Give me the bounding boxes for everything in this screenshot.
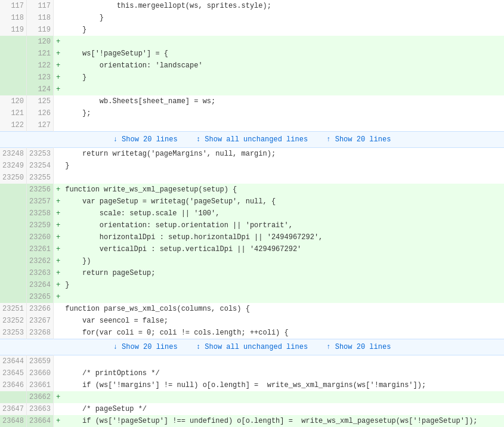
line-sign xyxy=(54,160,63,172)
line-sign: + xyxy=(54,83,63,95)
line-code xyxy=(63,119,504,132)
diff-table: 117117 this.mergeellopt(ws, sprites.styl… xyxy=(0,0,504,427)
table-row: 2325223267 var seencol = false; xyxy=(0,315,504,327)
line-code: } xyxy=(63,72,504,83)
line-num-left xyxy=(0,184,27,196)
line-num-right: 23253 xyxy=(27,148,54,160)
hunk-expander-1[interactable]: ↓ Show 20 lines ↕ Show all unchanged lin… xyxy=(0,132,504,148)
table-row: 2364623661 if (ws['!margins'] != null) o… xyxy=(0,379,504,391)
line-sign xyxy=(54,355,63,368)
line-code: scale: setup.scale || '100', xyxy=(63,208,504,219)
line-code xyxy=(63,36,504,48)
line-sign: + xyxy=(54,243,63,255)
line-sign xyxy=(54,24,63,36)
line-num-right: 23659 xyxy=(27,355,54,368)
line-num-left: 122 xyxy=(0,119,27,132)
line-sign: + xyxy=(54,267,63,279)
line-num-right: 119 xyxy=(27,24,54,36)
table-row: 2364723663 /* pageSetup */ xyxy=(0,403,504,415)
line-num-left xyxy=(0,48,27,60)
show-20-up-1[interactable]: ↑ Show 20 lines xyxy=(326,135,391,144)
line-code: function parse_ws_xml_cols(columns, cols… xyxy=(63,303,504,315)
line-num-right: 121 xyxy=(27,48,54,60)
line-num-left: 23648 xyxy=(0,415,27,427)
line-num-left: 121 xyxy=(0,107,27,119)
line-sign xyxy=(54,12,63,24)
line-sign xyxy=(54,303,63,315)
line-sign: + xyxy=(54,415,63,427)
line-num-left xyxy=(0,279,27,291)
table-row: 124+ xyxy=(0,83,504,95)
line-num-right: 23256 xyxy=(27,184,54,196)
line-sign: + xyxy=(54,208,63,219)
show-all-unchanged-1[interactable]: ↕ Show all unchanged lines xyxy=(196,135,308,144)
line-sign: + xyxy=(54,219,63,231)
line-sign: + xyxy=(54,391,63,403)
table-row: 23256+function write_ws_xml_pagesetup(se… xyxy=(0,184,504,196)
line-sign xyxy=(54,379,63,391)
line-num-left xyxy=(0,36,27,48)
line-num-right: 120 xyxy=(27,36,54,48)
line-num-left: 23646 xyxy=(0,379,27,391)
line-num-left: 23250 xyxy=(0,172,27,184)
line-num-right: 23266 xyxy=(27,303,54,315)
show-all-unchanged-2[interactable]: ↕ Show all unchanged lines xyxy=(196,343,308,351)
line-num-right: 23662 xyxy=(27,391,54,403)
line-code: function write_ws_xml_pagesetup(setup) { xyxy=(63,184,504,196)
line-num-left xyxy=(0,391,27,403)
line-num-right: 23255 xyxy=(27,172,54,184)
line-num-left xyxy=(0,243,27,255)
line-num-left xyxy=(0,208,27,219)
line-sign xyxy=(54,107,63,119)
table-row: 122127 xyxy=(0,119,504,132)
line-num-left: 120 xyxy=(0,95,27,107)
line-num-left: 23251 xyxy=(0,303,27,315)
hunk-expander-2[interactable]: ↓ Show 20 lines ↕ Show all unchanged lin… xyxy=(0,339,504,355)
line-code: return writetag('pageMargins', null, mar… xyxy=(63,148,504,160)
line-code: if (ws['!margins'] != null) o[o.length] … xyxy=(63,379,504,391)
line-sign xyxy=(54,403,63,415)
line-num-right: 123 xyxy=(27,72,54,83)
line-num-left xyxy=(0,255,27,267)
line-num-right: 126 xyxy=(27,107,54,119)
line-code: for(var coli = 0; coli != cols.length; +… xyxy=(63,327,504,339)
line-num-right: 23259 xyxy=(27,219,54,231)
line-code: horizontalDpi : setup.horizontalDpi || '… xyxy=(63,231,504,243)
line-code xyxy=(63,355,504,368)
line-num-left: 23644 xyxy=(0,355,27,368)
line-num-left: 23253 xyxy=(0,327,27,339)
table-row: 23264+} xyxy=(0,279,504,291)
line-num-right: 23254 xyxy=(27,160,54,172)
line-code: this.mergeellopt(ws, sprites.style); xyxy=(63,0,504,12)
line-code xyxy=(63,391,504,403)
show-20-down-1[interactable]: ↓ Show 20 lines xyxy=(113,135,178,144)
line-sign: + xyxy=(54,279,63,291)
line-code: /* printOptions */ xyxy=(63,367,504,379)
line-sign xyxy=(54,148,63,160)
line-sign: + xyxy=(54,72,63,83)
table-row: 2364823664+ if (ws['!pageSetup'] !== und… xyxy=(0,415,504,427)
line-num-right: 118 xyxy=(27,12,54,24)
line-sign: + xyxy=(54,291,63,303)
line-sign: + xyxy=(54,48,63,60)
line-num-right: 124 xyxy=(27,83,54,95)
line-num-right: 23257 xyxy=(27,196,54,208)
table-row: 23261+ verticalDpi : setup.verticalDpi |… xyxy=(0,243,504,255)
line-sign xyxy=(54,0,63,12)
line-code: } xyxy=(63,279,504,291)
line-sign xyxy=(54,367,63,379)
line-num-left xyxy=(0,196,27,208)
line-sign: + xyxy=(54,255,63,267)
line-sign xyxy=(54,95,63,107)
line-num-right: 23663 xyxy=(27,403,54,415)
table-row: 120+ xyxy=(0,36,504,48)
table-row: 2324923254} xyxy=(0,160,504,172)
line-num-left xyxy=(0,60,27,72)
line-sign: + xyxy=(54,36,63,48)
line-code: } xyxy=(63,160,504,172)
table-row: 119119 } xyxy=(0,24,504,36)
line-code: } xyxy=(63,24,504,36)
show-20-up-2[interactable]: ↑ Show 20 lines xyxy=(326,343,391,351)
show-20-down-2[interactable]: ↓ Show 20 lines xyxy=(113,343,178,351)
table-row: 2364423659 xyxy=(0,355,504,368)
